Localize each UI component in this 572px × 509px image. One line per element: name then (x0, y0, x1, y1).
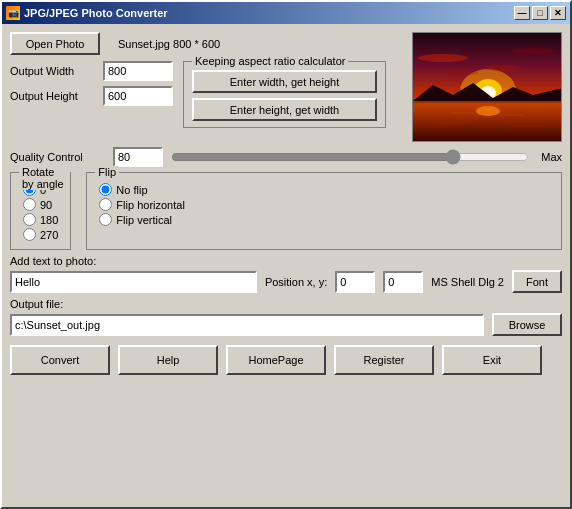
slider-container (171, 147, 529, 167)
svg-point-13 (511, 48, 555, 54)
flip-none-row: No flip (99, 183, 549, 196)
rotate-180-label: 180 (40, 214, 58, 226)
text-input[interactable] (10, 271, 257, 293)
output-width-label: Output Width (10, 65, 95, 77)
output-section: Output file: Browse (10, 298, 562, 336)
output-height-label: Output Height (10, 90, 95, 102)
flip-vertical-label: Flip vertical (116, 214, 172, 226)
output-path-input[interactable] (10, 314, 484, 336)
aspect-ratio-title: Keeping aspect ratio calculator (192, 55, 348, 67)
title-bar: 📷 JPG/JPEG Photo Converter — □ ✕ (2, 2, 570, 24)
flip-group: Flip No flip Flip horizontal Flip vertic… (86, 172, 562, 250)
window-title: JPG/JPEG Photo Converter (24, 7, 168, 19)
svg-point-15 (448, 71, 478, 75)
text-section: Add text to photo: Position x, y: MS She… (10, 255, 562, 293)
help-button[interactable]: Help (118, 345, 218, 375)
svg-point-12 (418, 54, 468, 62)
flip-horizontal-label: Flip horizontal (116, 199, 184, 211)
filename-label: Sunset.jpg 800 * 600 (118, 38, 220, 50)
browse-button[interactable]: Browse (492, 313, 562, 336)
width-input[interactable] (103, 61, 173, 81)
output-row: Browse (10, 313, 562, 336)
title-bar-text: 📷 JPG/JPEG Photo Converter (6, 6, 168, 20)
exit-button[interactable]: Exit (442, 345, 542, 375)
flip-horizontal-radio[interactable] (99, 198, 112, 211)
close-button[interactable]: ✕ (550, 6, 566, 20)
rotate-90-row: 90 (23, 198, 58, 211)
font-name-label: MS Shell Dlg 2 (431, 276, 504, 288)
flip-vertical-row: Flip vertical (99, 213, 549, 226)
text-section-label: Add text to photo: (10, 255, 562, 267)
enter-height-button[interactable]: Enter height, get width (192, 98, 377, 121)
rotate-270-radio[interactable] (23, 228, 36, 241)
rotate-180-radio[interactable] (23, 213, 36, 226)
title-buttons: — □ ✕ (514, 6, 566, 20)
open-photo-button[interactable]: Open Photo (10, 32, 100, 55)
rotate-270-label: 270 (40, 229, 58, 241)
dimensions-section: Output Width Output Height Keeping aspec… (10, 61, 402, 128)
rotate-title: Rotate by angle (19, 166, 70, 190)
output-label: Output file: (10, 298, 562, 310)
quality-label: Quality Control (10, 151, 105, 163)
main-window: 📷 JPG/JPEG Photo Converter — □ ✕ Open Ph… (0, 0, 572, 509)
flip-vertical-radio[interactable] (99, 213, 112, 226)
svg-point-14 (485, 65, 521, 71)
register-button[interactable]: Register (334, 345, 434, 375)
rotate-90-radio[interactable] (23, 198, 36, 211)
rotate-90-label: 90 (40, 199, 52, 211)
flip-horizontal-row: Flip horizontal (99, 198, 549, 211)
enter-width-button[interactable]: Enter width, get height (192, 70, 377, 93)
flip-none-radio[interactable] (99, 183, 112, 196)
text-row: Position x, y: MS Shell Dlg 2 Font (10, 270, 562, 293)
content-area: Open Photo Sunset.jpg 800 * 600 Output W… (2, 24, 570, 507)
width-row: Output Width (10, 61, 173, 81)
rotate-180-row: 180 (23, 213, 58, 226)
quality-slider[interactable] (171, 147, 529, 167)
maximize-button[interactable]: □ (532, 6, 548, 20)
radio-section: Rotate by angle 0 90 180 (10, 172, 562, 250)
convert-button[interactable]: Convert (10, 345, 110, 375)
app-icon: 📷 (6, 6, 20, 20)
max-label: Max (541, 151, 562, 163)
aspect-ratio-group: Keeping aspect ratio calculator Enter wi… (183, 61, 386, 128)
flip-title: Flip (95, 166, 119, 178)
height-input[interactable] (103, 86, 173, 106)
font-button[interactable]: Font (512, 270, 562, 293)
svg-point-5 (476, 106, 500, 116)
height-row: Output Height (10, 86, 173, 106)
photo-preview (412, 32, 562, 142)
position-x-input[interactable] (335, 271, 375, 293)
position-y-input[interactable] (383, 271, 423, 293)
flip-none-label: No flip (116, 184, 147, 196)
labels-inputs: Output Width Output Height (10, 61, 173, 106)
quality-input[interactable] (113, 147, 163, 167)
quality-row: Quality Control Max (10, 147, 562, 167)
rotate-270-row: 270 (23, 228, 58, 241)
minimize-button[interactable]: — (514, 6, 530, 20)
rotate-group: Rotate by angle 0 90 180 (10, 172, 71, 250)
position-label: Position x, y: (265, 276, 327, 288)
bottom-buttons: Convert Help HomePage Register Exit (10, 345, 562, 375)
top-row: Open Photo Sunset.jpg 800 * 600 (10, 32, 402, 55)
homepage-button[interactable]: HomePage (226, 345, 326, 375)
